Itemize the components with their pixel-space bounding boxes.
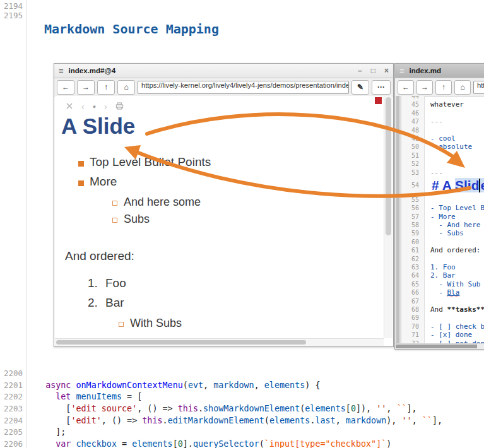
code-line: 2200 bbox=[0, 368, 484, 380]
window-title: index.md#@4 bbox=[69, 67, 116, 74]
window-title: index.md bbox=[410, 67, 441, 74]
list-item-text: And here some bbox=[124, 196, 201, 209]
editor-page: 21942195 Markdown Source Mapping ≡ index… bbox=[0, 0, 484, 448]
code-line: 2204 ['edit', () => this.editMarkdownEle… bbox=[0, 415, 484, 427]
line-number: 60 bbox=[401, 238, 424, 246]
source-text: absolute bbox=[424, 143, 472, 151]
window-menu-icon[interactable]: ≡ bbox=[399, 66, 404, 76]
bullet-icon bbox=[78, 180, 84, 186]
url-input[interactable]: https://lively-kernel.org/lively4/lively… bbox=[138, 81, 349, 94]
source-text bbox=[424, 196, 430, 204]
horizontal-scrollbar[interactable] bbox=[55, 338, 384, 346]
code-text: let menuItems = [ bbox=[23, 392, 142, 401]
list-item-text: With Subs bbox=[130, 317, 182, 330]
line-number: 59 bbox=[401, 229, 424, 237]
ordered-marker: 1. bbox=[88, 276, 98, 290]
up-button[interactable]: ↑ bbox=[97, 80, 115, 95]
edit-button[interactable]: ✎ bbox=[351, 80, 369, 95]
prev-slide-icon[interactable]: ‹ bbox=[81, 102, 85, 112]
url-input[interactable]: https bbox=[473, 81, 484, 94]
source-text: --- bbox=[424, 117, 443, 126]
horizontal-scrollbar[interactable] bbox=[395, 343, 484, 349]
next-slide-icon[interactable]: › bbox=[104, 102, 107, 112]
window-menu-icon[interactable]: ≡ bbox=[59, 66, 64, 76]
back-button[interactable]: ← bbox=[57, 80, 74, 95]
source-text: - More bbox=[424, 213, 456, 221]
up-button[interactable]: ↑ bbox=[435, 80, 452, 95]
source-text: - And here bbox=[424, 221, 480, 229]
list-item: Top Level Bullet Points bbox=[55, 156, 377, 176]
source-lines: 4445whatever4647---4849- cool50 absolute… bbox=[401, 96, 484, 344]
print-icon[interactable] bbox=[115, 101, 124, 112]
line-number: 66 bbox=[401, 288, 424, 297]
source-line: 642. Bar bbox=[401, 271, 484, 280]
list-item: 1.Foo bbox=[55, 278, 377, 297]
list-item-text: More bbox=[90, 175, 117, 189]
line-number: 47 bbox=[401, 117, 424, 126]
fullscreen-icon[interactable] bbox=[66, 101, 73, 112]
back-button[interactable]: ← bbox=[398, 80, 414, 95]
source-line: 60 bbox=[401, 238, 484, 246]
ordered-marker: 2. bbox=[88, 296, 98, 310]
source-text: 1. Foo bbox=[424, 263, 456, 271]
forward-button[interactable]: → bbox=[77, 80, 95, 95]
source-line: 55 bbox=[401, 196, 484, 204]
maximize-button[interactable]: □ bbox=[371, 66, 375, 75]
source-line: 70- [ ] check b bbox=[401, 322, 484, 331]
home-button[interactable]: ⌂ bbox=[117, 80, 135, 95]
code-text: ['edit', () => this.editMarkdownElement(… bbox=[23, 416, 442, 425]
source-text: - cool bbox=[424, 134, 456, 143]
list-item: With Subs bbox=[55, 317, 377, 334]
line-number: 69 bbox=[401, 314, 424, 322]
page-title: Markdown Source Mapping bbox=[44, 21, 219, 37]
line-number: 2206 bbox=[0, 439, 23, 448]
source-line: 68And **tasks** bbox=[401, 305, 484, 314]
line-number: 48 bbox=[401, 126, 424, 134]
horizontal-scrollbar-thumb[interactable] bbox=[56, 340, 306, 345]
code-text: var checkbox = elements[0].querySelector… bbox=[23, 439, 391, 448]
list-item-text: Subs bbox=[124, 213, 150, 226]
line-number: 63 bbox=[401, 263, 424, 271]
source-line: 49- cool bbox=[401, 134, 484, 143]
line-number: 2195 bbox=[0, 11, 23, 20]
home-button[interactable]: ⌂ bbox=[454, 80, 471, 95]
more-options-button[interactable]: ··· bbox=[372, 80, 391, 95]
rendered-markdown-area[interactable]: ‹ ● › A Slide Top Level Bullet PointsMor… bbox=[55, 96, 384, 338]
line-number: 61 bbox=[401, 246, 424, 254]
source-text: - With Sub bbox=[424, 280, 480, 288]
code-text: ['edit source', () => this.showMarkdownE… bbox=[23, 404, 417, 413]
forward-button[interactable]: → bbox=[416, 80, 433, 95]
line-number: 52 bbox=[401, 160, 424, 168]
minimize-button[interactable]: – bbox=[358, 66, 362, 75]
source-editor[interactable]: 4445whatever4647---4849- cool50 absolute… bbox=[395, 96, 484, 344]
source-text bbox=[424, 96, 430, 100]
source-text bbox=[424, 297, 430, 305]
horizontal-scrollbar-thumb[interactable] bbox=[396, 345, 477, 348]
code-line: 2201 async onMarkdownContextMenu(evt, ma… bbox=[0, 380, 484, 392]
line-number: 2201 bbox=[0, 380, 23, 392]
slide-paragraph: And ordered: bbox=[65, 249, 134, 263]
source-line: 59 - Subs bbox=[401, 229, 484, 237]
bullet-icon bbox=[112, 218, 117, 223]
code-line: 2206 var checkbox = elements[0].querySel… bbox=[0, 439, 484, 448]
editor-left-scrollbar-thumb[interactable] bbox=[396, 96, 399, 344]
line-number: 65 bbox=[401, 280, 424, 288]
presentation-controls: ‹ ● › bbox=[66, 101, 124, 112]
line-number: 71 bbox=[401, 331, 424, 339]
source-text: - Bla bbox=[424, 288, 459, 297]
slide-ordered-list: 1.Foo2.BarWith Subs bbox=[55, 278, 377, 334]
vertical-scrollbar[interactable] bbox=[384, 96, 393, 338]
window-titlebar[interactable]: ≡ index.md#@4 – □ × bbox=[54, 64, 393, 78]
list-item: Subs bbox=[55, 213, 377, 230]
editor-left-scrollbar[interactable] bbox=[395, 96, 401, 344]
selection-handle[interactable] bbox=[375, 97, 382, 104]
window-titlebar[interactable]: ≡ index.md bbox=[395, 64, 484, 78]
current-slide-dot-icon[interactable]: ● bbox=[93, 103, 96, 110]
source-line: 66 - Bla bbox=[401, 288, 484, 297]
close-button[interactable]: × bbox=[384, 66, 389, 75]
line-number: 2204 bbox=[0, 415, 23, 427]
source-text: - [ ] check b bbox=[424, 322, 484, 331]
source-line: 56- Top Level B bbox=[401, 204, 484, 212]
bullet-icon bbox=[119, 322, 124, 327]
vertical-scrollbar-thumb[interactable] bbox=[386, 97, 391, 235]
